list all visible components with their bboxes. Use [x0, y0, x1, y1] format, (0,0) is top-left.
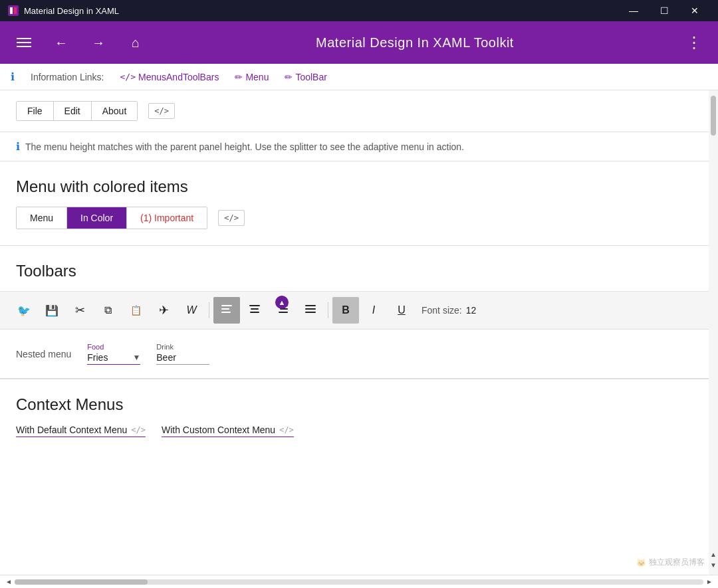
flight-icon: ✈	[159, 303, 169, 318]
colored-menu-code-button[interactable]: </>	[218, 210, 245, 226]
svg-rect-13	[305, 308, 316, 310]
text-w-button[interactable]: W	[178, 297, 205, 324]
main-content: ▲ ▼ File Edit About </> ℹ The menu heigh…	[0, 90, 718, 575]
align-center-button[interactable]	[241, 297, 268, 324]
edit-menu-button[interactable]: Edit	[54, 102, 92, 120]
copy-button[interactable]: ⧉	[94, 297, 121, 324]
svg-rect-2	[14, 7, 17, 14]
underline-button[interactable]: U	[388, 297, 415, 324]
bottom-scrollbar-container: ◄ ►	[0, 578, 718, 585]
adaptive-code-icon: </>	[154, 106, 169, 116]
close-button[interactable]: ✕	[679, 0, 710, 21]
minimize-button[interactable]: —	[618, 0, 649, 21]
home-button[interactable]: ⌂	[122, 29, 149, 56]
menu-in-color-button[interactable]: In Color	[67, 207, 127, 229]
info-note: ℹ The menu height matches with the paren…	[0, 132, 709, 161]
adaptive-menu-code-button[interactable]: </>	[148, 103, 175, 119]
code-icon-1: </>	[120, 72, 136, 82]
food-dropdown[interactable]: Food Fries ▼	[87, 343, 140, 365]
adaptive-menu-row: File Edit About </>	[16, 101, 693, 121]
toolbar-divider-2	[328, 302, 328, 318]
menu-link[interactable]: ✏ Menu	[235, 72, 269, 82]
pencil-icon-2: ✏	[285, 72, 293, 82]
colored-menu-title: Menu with colored items	[0, 161, 709, 207]
save-button[interactable]: 💾	[39, 297, 65, 324]
file-menu-button[interactable]: File	[17, 102, 54, 120]
bold-icon: B	[342, 304, 350, 316]
colored-code-icon: </>	[224, 213, 239, 223]
svg-rect-11	[279, 312, 288, 313]
custom-context-text: With Custom Context Menu	[162, 425, 275, 435]
bottom-scrollbar-thumb[interactable]	[15, 579, 148, 585]
custom-context-code-icon: </>	[279, 425, 294, 435]
context-menus-section: Context Menus With Default Context Menu …	[0, 379, 709, 453]
menu-important-button[interactable]: (1) Important	[127, 207, 207, 229]
watermark: 🐱 独立观察员博客	[636, 557, 705, 568]
hamburger-icon	[17, 38, 31, 47]
pencil-icon-1: ✏	[235, 72, 243, 82]
scroll-down-icon[interactable]: ▼	[709, 560, 718, 569]
align-left-button[interactable]	[213, 297, 240, 324]
default-context-text: With Default Context Menu	[16, 425, 127, 435]
bottom-scroll-right-icon[interactable]: ►	[706, 578, 713, 585]
bottom-scroll-left-icon[interactable]: ◄	[5, 578, 12, 585]
svg-rect-5	[221, 312, 231, 313]
drink-dropdown-row[interactable]: Beer	[156, 352, 209, 365]
svg-rect-0	[8, 5, 19, 16]
scroll-up-icon[interactable]: ▲	[709, 549, 718, 559]
scrollbar-thumb[interactable]	[711, 96, 716, 136]
twitter-button[interactable]: 🐦	[11, 297, 37, 324]
toolbar-container: ▲ 🐦 💾 ✂ ⧉ 📋 ✈	[0, 291, 709, 330]
context-links-row: With Default Context Menu </> With Custo…	[16, 425, 693, 453]
paste-button[interactable]: 📋	[122, 297, 149, 324]
title-bar: Material Design in XAML — ☐ ✕	[0, 0, 718, 21]
adaptive-menu-section: File Edit About </>	[0, 90, 709, 132]
menu-plain-button[interactable]: Menu	[17, 207, 67, 229]
paste-icon: 📋	[130, 305, 142, 316]
hamburger-button[interactable]	[11, 29, 37, 56]
info-note-text: The menu height matches with the parent …	[25, 142, 464, 152]
notify-badge-icon: ▲	[279, 298, 286, 306]
drink-label: Drink	[156, 343, 209, 351]
colored-menu-bar: Menu In Color (1) Important	[16, 207, 207, 229]
about-menu-button[interactable]: About	[92, 102, 138, 120]
default-context-code-icon: </>	[131, 425, 146, 435]
italic-button[interactable]: I	[360, 297, 387, 324]
forward-button[interactable]: →	[85, 29, 112, 56]
align-justify-button[interactable]	[297, 297, 324, 324]
info-bar-label: Information Links:	[31, 72, 104, 82]
toolbar-link-text: ToolBar	[295, 72, 326, 82]
align-justify-icon	[304, 303, 316, 318]
toolbar-link[interactable]: ✏ ToolBar	[285, 72, 326, 82]
scrollbar-track[interactable]: ▲ ▼	[709, 90, 718, 575]
more-button[interactable]: ⋮	[681, 29, 707, 56]
underline-icon: U	[398, 304, 406, 316]
app-icon	[8, 5, 19, 16]
svg-rect-4	[221, 308, 229, 310]
info-bar: ℹ Information Links: </> MenusAndToolBar…	[0, 64, 718, 90]
watermark-text: 独立观察员博客	[649, 557, 705, 568]
save-icon: 💾	[45, 304, 59, 317]
default-context-link[interactable]: With Default Context Menu </>	[16, 425, 146, 437]
align-left-icon	[221, 303, 233, 318]
app-bar: ← → ⌂ Material Design In XAML Toolkit ⋮	[0, 21, 718, 64]
menus-toolbars-link[interactable]: </> MenusAndToolBars	[120, 72, 219, 82]
back-button[interactable]: ←	[48, 29, 74, 56]
flight-button[interactable]: ✈	[150, 297, 177, 324]
maximize-button[interactable]: ☐	[649, 0, 679, 21]
info-bar-icon: ℹ	[11, 70, 15, 83]
app-bar-right: ⋮	[681, 29, 707, 56]
cut-button[interactable]: ✂	[66, 297, 93, 324]
text-w-icon: W	[186, 304, 196, 316]
bottom-scrollbar-track[interactable]	[15, 579, 703, 585]
custom-context-link[interactable]: With Custom Context Menu </>	[162, 425, 294, 437]
title-bar-left: Material Design in XAML	[8, 5, 119, 16]
twitter-icon: 🐦	[17, 304, 31, 317]
food-value: Fries	[87, 352, 132, 363]
svg-rect-14	[305, 312, 316, 313]
food-dropdown-row[interactable]: Fries ▼	[87, 352, 140, 365]
bold-button[interactable]: B	[332, 297, 359, 324]
food-dropdown-arrow[interactable]: ▼	[132, 353, 140, 362]
drink-dropdown[interactable]: Drink Beer	[156, 343, 209, 365]
nested-menu-label: Nested menu	[16, 349, 71, 359]
